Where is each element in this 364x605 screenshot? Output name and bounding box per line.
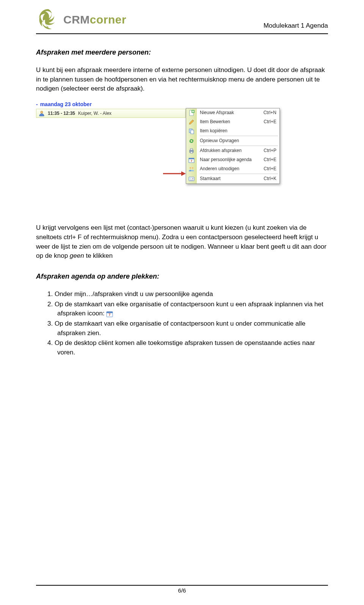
- printer-icon: [186, 146, 197, 155]
- menu-item-shortcut: Ctrl+E: [264, 166, 276, 172]
- list-item-4: Op de desktop cliënt komen alle toekomst…: [47, 339, 328, 357]
- menu-item-label: Opnieuw Opvragen: [197, 138, 276, 144]
- brand-corner: corner: [90, 13, 126, 26]
- list-item-3: Op de stamkaart van elke organisatie of …: [47, 319, 328, 338]
- menu-item-label: Stamkaart: [197, 176, 264, 182]
- logo-swirl-icon: [36, 8, 60, 32]
- menu-item[interactable]: Item kopiëren: [186, 127, 279, 136]
- menu-item-label: Item Bewerken: [197, 119, 264, 125]
- menu-item-shortcut: Ctrl+N: [264, 110, 276, 116]
- plus-page-icon: [186, 108, 197, 118]
- day-dash: -: [36, 100, 38, 108]
- menu-item-shortcut: Ctrl+P: [264, 147, 276, 154]
- menu-item-label: Nieuwe Afspraak: [197, 110, 264, 116]
- menu-item-label: Afdrukken afspraken: [197, 147, 264, 154]
- menu-separator: [186, 174, 279, 174]
- menu-item[interactable]: Opnieuw Opvragen: [186, 136, 279, 146]
- list-item-1: Onder mijn…/afspraken vindt u uw persoon…: [47, 290, 328, 299]
- menu-item-label: Naar persoonlijke agenda: [197, 157, 264, 163]
- menu-item-shortcut: Ctrl+K: [264, 176, 276, 182]
- section-2-list: Onder mijn…/afspraken vindt u uw persoon…: [36, 290, 328, 357]
- people-icon: [186, 165, 197, 174]
- s1p2-em: geen: [70, 252, 84, 259]
- section-1-title: Afspraken met meerdere personen:: [36, 47, 328, 57]
- refresh-icon: [186, 136, 197, 146]
- brand-logo: CRMcorner: [36, 8, 126, 32]
- screenshot-context-menu: - maandag 23 oktober 11:35 - 12:35 Kuipe…: [36, 100, 281, 213]
- calendar-icon: 7: [106, 310, 113, 317]
- page-number: 6/6: [178, 587, 186, 594]
- menu-item[interactable]: 7Naar persoonlijke agendaCtrl+E: [186, 155, 279, 165]
- menu-item[interactable]: StamkaartCtrl+K: [186, 174, 279, 183]
- copy-icon: [186, 127, 197, 136]
- svg-rect-6: [191, 130, 194, 134]
- svg-rect-16: [190, 178, 191, 179]
- menu-item-label: Item kopiëren: [197, 128, 276, 134]
- svg-rect-9: [190, 152, 193, 153]
- list-item-2: Op de stamkaart van elke organisatie of …: [47, 300, 328, 318]
- appointment-row[interactable]: 11:35 - 12:35 Kuiper, W. - Alex: [36, 109, 186, 118]
- page-header: CRMcorner Modulekaart 1 Agenda: [36, 8, 328, 34]
- svg-marker-2: [181, 171, 186, 176]
- card-icon: [186, 174, 197, 183]
- person-icon: [39, 110, 45, 116]
- svg-text:7: 7: [191, 159, 193, 163]
- calendar-icon: 7: [186, 155, 197, 165]
- doc-title: Modulekaart 1 Agenda: [264, 22, 328, 32]
- menu-item-label: Anderen uitnodigen: [197, 166, 264, 172]
- svg-text:7: 7: [109, 313, 111, 317]
- menu-item[interactable]: Item BewerkenCtrl+E: [186, 118, 279, 127]
- menu-item[interactable]: Anderen uitnodigenCtrl+E: [186, 165, 279, 174]
- section-1-para-1: U kunt bij een afspraak meerdere interne…: [36, 66, 328, 94]
- list-item-2-text: Op de stamkaart van elke organisatie of …: [55, 301, 323, 317]
- menu-item[interactable]: Afdrukken afsprakenCtrl+P: [186, 146, 279, 155]
- svg-point-0: [41, 111, 43, 113]
- pencil-icon: [186, 118, 197, 127]
- s1p2-b: te klikken: [84, 252, 113, 259]
- pointer-arrow-icon: [163, 171, 186, 176]
- menu-separator: [186, 146, 279, 146]
- agenda-day-label: maandag 23 oktober: [40, 100, 92, 108]
- menu-item-shortcut: Ctrl+E: [264, 119, 276, 125]
- brand-crm: CRM: [63, 13, 90, 26]
- menu-item-shortcut: Ctrl+E: [264, 157, 276, 163]
- agenda-day-header: - maandag 23 oktober: [36, 100, 281, 108]
- context-menu[interactable]: Nieuwe AfspraakCtrl+NItem BewerkenCtrl+E…: [186, 108, 280, 184]
- svg-point-14: [192, 167, 193, 169]
- svg-rect-8: [190, 149, 193, 150]
- svg-point-13: [190, 167, 191, 169]
- appointment-label: Kuiper, W. - Alex: [78, 110, 111, 117]
- appointment-time: 11:35 - 12:35: [48, 110, 75, 117]
- page-footer: 6/6: [36, 585, 328, 594]
- menu-separator: [186, 136, 279, 136]
- section-2-title: Afspraken agenda op andere plekken:: [36, 271, 328, 281]
- page-content: Afspraken met meerdere personen: U kunt …: [36, 34, 328, 357]
- menu-item[interactable]: Nieuwe AfspraakCtrl+N: [186, 108, 279, 118]
- brand-text: CRMcorner: [63, 13, 126, 26]
- section-1-para-2: U krijgt vervolgens een lijst met (conta…: [36, 223, 328, 261]
